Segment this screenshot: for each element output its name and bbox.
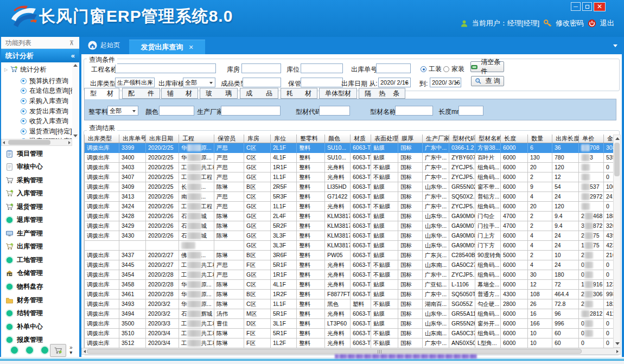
radio-home[interactable]: 家装: [443, 65, 464, 74]
sidebar-item-4[interactable]: 入库管理: [1, 187, 79, 200]
subtab-1[interactable]: 型材: [84, 88, 119, 99]
column-header[interactable]: 生产厂家: [423, 135, 449, 143]
tree-item[interactable]: 发货出库查询: [21, 106, 72, 117]
code-input[interactable]: [319, 106, 350, 116]
table-row[interactable]: 调拨出库35002020/3/3工共工程曹佳D区3L1F整料LT3P606063…: [85, 319, 614, 329]
dot-icon[interactable]: [41, 347, 48, 354]
tree-item[interactable]: 退货查询[待定]: [21, 126, 72, 137]
whole-combo[interactable]: 全部: [107, 106, 138, 116]
warehouse-input[interactable]: [241, 63, 281, 73]
sidebar-item-12[interactable]: 财务管理: [1, 293, 79, 306]
tree-item[interactable]: 采购入库查询: [21, 96, 72, 106]
sidebar-item-6[interactable]: 退库管理: [1, 214, 79, 227]
subtab-5[interactable]: 成品: [240, 88, 278, 99]
overflow-chevron-icon[interactable]: »▾: [69, 345, 73, 355]
table-row[interactable]: 调拨出库34132020/2/26南...严思C区5R3F整料G71422606…: [85, 192, 614, 202]
subtab-3[interactable]: 辅材: [161, 88, 198, 99]
table-row[interactable]: 调拨出库34932020/3/2华原...陈琳C区1L1F整料黑色塑料不贴膜国标…: [85, 299, 614, 309]
subtab-4[interactable]: 玻璃: [200, 88, 238, 99]
sidebar-item-9[interactable]: 工地管理: [1, 253, 79, 266]
column-header[interactable]: 出库类型: [85, 135, 119, 143]
column-header[interactable]: 出库单号: [119, 135, 146, 143]
column-header[interactable]: 整零料: [297, 135, 325, 143]
column-header[interactable]: 库位: [271, 135, 297, 143]
column-header[interactable]: 库房: [244, 135, 271, 143]
radio-work[interactable]: 工装: [421, 65, 442, 74]
order-no-input[interactable]: [376, 63, 411, 73]
change-password-link[interactable]: 修改密码: [556, 18, 584, 28]
column-header[interactable]: 表面处理: [371, 135, 398, 143]
sidebar-item-3[interactable]: 采购管理: [1, 174, 79, 187]
pin-icon[interactable]: ⊼: [69, 37, 74, 49]
table-row[interactable]: 调拨出库34242020/2/26工工程严思G区1L1F整料光身料6063-T5…: [85, 202, 614, 212]
tab-home[interactable]: 起始页: [88, 41, 120, 50]
length-input[interactable]: [459, 106, 483, 116]
tree-item[interactable]: 收货入库查询: [21, 116, 72, 126]
column-header[interactable]: 膜厚: [398, 135, 423, 143]
subtab-6[interactable]: 耗材: [281, 88, 317, 99]
column-header[interactable]: 工程: [179, 135, 214, 143]
column-header[interactable]: 型材名称: [475, 135, 501, 143]
cart-button[interactable]: [50, 344, 66, 357]
column-header[interactable]: 保管员: [214, 135, 244, 143]
table-row[interactable]: 调拨出库34002020/2/25华原...严思C区4L1F整料SU10...6…: [85, 153, 614, 163]
search-button[interactable]: 查 询: [471, 76, 504, 86]
table-row[interactable]: 调拨出库35122020/3/4工共工程陈琳F区1L2F整料光身料6063-T5…: [85, 339, 614, 348]
tree-root[interactable]: ▷ 统计分析: [4, 65, 46, 74]
table-row[interactable]: 调拨出库33992020/2/25华原...严思C区2L1F整料SU10...6…: [85, 143, 614, 153]
audit-combo[interactable]: 全部: [183, 78, 215, 87]
tab-close-icon[interactable]: ✕: [188, 44, 193, 51]
collapse-icon[interactable]: «: [71, 49, 75, 62]
table-row[interactable]: 调拨出库34942020/3/2石辉城汤伟M区5R1F整料光身料6063-T5贴…: [85, 309, 614, 319]
clear-button[interactable]: 清空条件: [470, 61, 504, 72]
date-from-combo[interactable]: 2020/ 2/16: [378, 78, 411, 87]
dot-icon[interactable]: [26, 347, 33, 354]
sidebar-item-11[interactable]: 物料盘存: [1, 280, 79, 293]
sidebar-item-10[interactable]: 仓储管理: [1, 267, 79, 280]
table-row[interactable]: 调拨出库34032020/2/25工共工程严思G区1R1F整料光身料6063-T…: [85, 163, 614, 173]
sidebar-item-1[interactable]: 项目管理: [1, 147, 79, 160]
sidebar-item-13[interactable]: 结转管理: [1, 307, 79, 320]
table-row[interactable]: 调拨出库35102020/3/4工共工程陈琳F区5R1F整料光身料6063-T5…: [85, 329, 614, 339]
tree-item[interactable]: 在途信息查询[待: [21, 86, 72, 97]
maximize-button[interactable]: [582, 2, 592, 11]
column-header[interactable]: 型材代码: [449, 135, 475, 143]
column-header[interactable]: 数量: [528, 135, 552, 143]
sidebar-section-header[interactable]: 统计分析 «: [1, 49, 79, 62]
table-row[interactable]: 调拨出库34582020/2/28华原...陈琳C区4L1F整料光身料6063-…: [85, 280, 614, 290]
column-header[interactable]: 材质: [351, 135, 371, 143]
tab-active[interactable]: 发货出库查询✕: [129, 40, 205, 54]
table-vscrollbar[interactable]: [613, 135, 621, 348]
location-input[interactable]: [301, 63, 343, 73]
minimize-button[interactable]: ─: [571, 2, 581, 11]
column-header[interactable]: 长度: [501, 135, 528, 143]
table-row[interactable]: 调拨出库34302020/2/26石城陈琳G区3L3F整料KLM38176063…: [85, 231, 614, 241]
sidebar-item-5[interactable]: 退货管理: [1, 200, 79, 213]
table-row[interactable]: 调拨出库34612020/2/28华原...陈琳B区1R2F整料F8877FT6…: [85, 290, 614, 299]
sidebar-item-7[interactable]: 生产管理: [1, 227, 79, 240]
column-header[interactable]: 出库日期: [146, 135, 179, 143]
tree-hscrollbar[interactable]: [1, 139, 72, 146]
dot-icon[interactable]: [11, 347, 18, 354]
table-row[interactable]: 调拨出库34292020/2/26石城陈琳G区5R2F整料KLM38176063…: [85, 221, 614, 231]
product-type-input[interactable]: [243, 78, 281, 87]
table-row[interactable]: G区3L3F整料KLM38176063-T5贴膜国标山东华...GA90M09.…: [85, 241, 614, 251]
table-row[interactable]: 调拨出库34282020/2/26石城陈琳G区2L4F整料KLM38176063…: [85, 212, 614, 221]
close-button[interactable]: ✕: [594, 2, 606, 11]
table-row[interactable]: 调拨出库34092020/2/25长...陈琳B区2R5F整料LI35HD606…: [85, 182, 614, 192]
column-header[interactable]: 出库长度: [552, 135, 579, 143]
color-input[interactable]: [159, 106, 194, 116]
subtab-8[interactable]: 隔热条: [359, 88, 405, 99]
column-header[interactable]: 颜色: [325, 135, 351, 143]
table-row[interactable]: 调拨出库34372020/2/27佛...陈琳B区3R6F整料PW056063-…: [85, 251, 614, 260]
table-row[interactable]: 调拨出库34452020/2/27工共工程严思F区5R1F整料光身料6063-T…: [85, 260, 614, 270]
column-header[interactable]: 金额: [604, 135, 614, 143]
project-name-input[interactable]: [115, 63, 216, 73]
logout-link[interactable]: 退出: [600, 18, 614, 28]
date-to-combo[interactable]: 2020/ 3/16: [430, 78, 461, 87]
sidebar-item-2[interactable]: 审核中心: [1, 161, 79, 174]
subtab-7[interactable]: 单体型材: [319, 88, 357, 99]
keeper-input[interactable]: [301, 78, 343, 87]
name-input[interactable]: [395, 106, 433, 116]
table-row[interactable]: 调拨出库34542020/2/28工共工程严思G区1R1F整料光身料6063-T…: [85, 270, 614, 280]
